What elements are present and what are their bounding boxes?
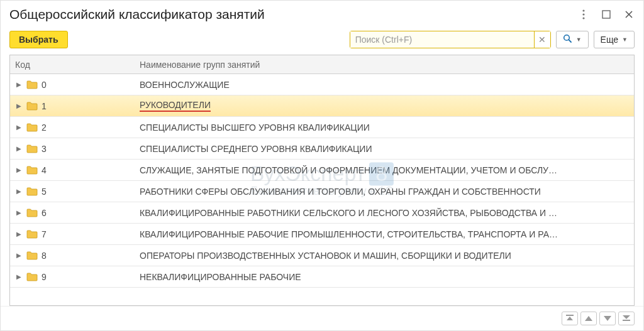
code-text: 6 [42, 208, 47, 218]
table-row[interactable]: ▶9НЕКВАЛИФИЦИРОВАННЫЕ РАБОЧИЕ [10, 266, 634, 288]
search-box: ✕ [350, 31, 551, 48]
nav-down-button[interactable] [599, 312, 616, 325]
code-text: 5 [42, 187, 47, 197]
cell-name: СПЕЦИАЛИСТЫ СРЕДНЕГО УРОВНЯ КВАЛИФИКАЦИИ [136, 144, 634, 154]
more-button-label: Еще [601, 35, 619, 45]
name-text: РАБОТНИКИ СФЕРЫ ОБСЛУЖИВАНИЯ И ТОРГОВЛИ,… [140, 187, 541, 197]
nav-last-button[interactable] [618, 312, 635, 325]
cell-name: РУКОВОДИТЕЛИ [136, 100, 634, 112]
search-button[interactable]: ▼ [556, 31, 589, 48]
name-text: КВАЛИФИЦИРОВАННЫЕ РАБОТНИКИ СЕЛЬСКОГО И … [140, 208, 557, 218]
grid: Код Наименование групп занятий ▶0ВОЕННОС… [9, 55, 635, 306]
table-row[interactable]: ▶3СПЕЦИАЛИСТЫ СРЕДНЕГО УРОВНЯ КВАЛИФИКАЦ… [10, 138, 634, 160]
folder-icon [26, 165, 38, 175]
table-row[interactable]: ▶1РУКОВОДИТЕЛИ [10, 95, 634, 117]
chevron-right-icon[interactable]: ▶ [15, 273, 23, 280]
chevron-right-icon[interactable]: ▶ [15, 145, 23, 152]
folder-icon [26, 208, 38, 217]
toolbar: Выбрать ✕ ▼ Еще ▼ [1, 27, 643, 55]
cell-code: ▶9 [10, 272, 136, 282]
chevron-down-icon: ▼ [576, 36, 582, 43]
grid-header: Код Наименование групп занятий [10, 55, 634, 74]
nav-up-button[interactable] [580, 312, 597, 325]
svg-marker-12 [623, 315, 630, 319]
cell-code: ▶3 [10, 144, 136, 154]
chevron-right-icon[interactable]: ▶ [15, 209, 23, 216]
code-text: 1 [42, 101, 47, 111]
table-row[interactable]: ▶2СПЕЦИАЛИСТЫ ВЫСШЕГО УРОВНЯ КВАЛИФИКАЦИ… [10, 117, 634, 138]
nav-up-icon [585, 315, 592, 322]
cell-name: КВАЛИФИЦИРОВАННЫЕ РАБОЧИЕ ПРОМЫШЛЕННОСТИ… [136, 229, 634, 239]
chevron-down-icon: ▼ [622, 36, 628, 43]
select-button[interactable]: Выбрать [9, 31, 68, 48]
chevron-right-icon[interactable]: ▶ [15, 188, 23, 195]
nav-first-icon [566, 315, 574, 322]
table-row[interactable]: ▶5РАБОТНИКИ СФЕРЫ ОБСЛУЖИВАНИЯ И ТОРГОВЛ… [10, 181, 634, 202]
name-text: ОПЕРАТОРЫ ПРОИЗВОДСТВЕННЫХ УСТАНОВОК И М… [140, 251, 511, 261]
svg-rect-3 [602, 11, 610, 18]
name-text: ВОЕННОСЛУЖАЩИЕ [140, 80, 230, 90]
cell-code: ▶5 [10, 187, 136, 197]
footer-nav [1, 306, 643, 330]
folder-icon [26, 101, 38, 111]
cell-name: ВОЕННОСЛУЖАЩИЕ [136, 80, 634, 90]
search-icon [563, 34, 572, 45]
chevron-right-icon[interactable]: ▶ [15, 124, 23, 131]
window-title: Общероссийский классификатор занятий [9, 7, 578, 22]
chevron-right-icon[interactable]: ▶ [15, 231, 23, 237]
code-text: 2 [42, 122, 47, 133]
more-button[interactable]: Еще ▼ [594, 31, 635, 48]
folder-icon [26, 229, 38, 239]
cell-code: ▶2 [10, 122, 136, 133]
svg-point-1 [582, 13, 584, 15]
cell-name: СЛУЖАЩИЕ, ЗАНЯТЫЕ ПОДГОТОВКОЙ И ОФОРМЛЕН… [136, 165, 634, 175]
nav-last-icon [623, 315, 630, 322]
code-text: 9 [42, 272, 47, 282]
table-row[interactable]: ▶7КВАЛИФИЦИРОВАННЫЕ РАБОЧИЕ ПРОМЫШЛЕННОС… [10, 224, 634, 245]
cell-name: СПЕЦИАЛИСТЫ ВЫСШЕГО УРОВНЯ КВАЛИФИКАЦИИ [136, 122, 634, 133]
close-icon[interactable] [623, 9, 635, 20]
code-text: 4 [42, 165, 47, 175]
column-header-name[interactable]: Наименование групп занятий [136, 60, 634, 70]
search-clear-button[interactable]: ✕ [534, 31, 550, 48]
code-text: 8 [42, 251, 47, 261]
cell-name: РАБОТНИКИ СФЕРЫ ОБСЛУЖИВАНИЯ И ТОРГОВЛИ,… [136, 187, 634, 197]
window-controls [578, 9, 635, 20]
svg-marker-10 [585, 316, 592, 321]
code-text: 0 [42, 80, 47, 90]
svg-point-2 [582, 17, 584, 19]
table-row[interactable]: ▶8ОПЕРАТОРЫ ПРОИЗВОДСТВЕННЫХ УСТАНОВОК И… [10, 245, 634, 266]
code-text: 3 [42, 144, 47, 154]
svg-point-0 [582, 9, 584, 11]
column-header-code[interactable]: Код [10, 60, 136, 70]
chevron-right-icon[interactable]: ▶ [15, 252, 23, 259]
cell-name: КВАЛИФИЦИРОВАННЫЕ РАБОТНИКИ СЕЛЬСКОГО И … [136, 208, 634, 218]
cell-code: ▶8 [10, 251, 136, 261]
chevron-right-icon[interactable]: ▶ [15, 166, 23, 173]
name-text: СПЕЦИАЛИСТЫ СРЕДНЕГО УРОВНЯ КВАЛИФИКАЦИИ [140, 144, 372, 154]
chevron-right-icon[interactable]: ▶ [15, 81, 23, 88]
folder-icon [26, 80, 38, 89]
svg-marker-11 [604, 316, 611, 321]
more-vertical-icon[interactable] [578, 9, 589, 20]
search-input[interactable] [350, 31, 534, 48]
svg-marker-9 [567, 317, 573, 320]
nav-first-button[interactable] [562, 312, 578, 325]
cell-code: ▶0 [10, 80, 136, 90]
svg-line-7 [569, 40, 571, 42]
name-text: НЕКВАЛИФИЦИРОВАННЫЕ РАБОЧИЕ [140, 272, 301, 282]
name-text: СЛУЖАЩИЕ, ЗАНЯТЫЕ ПОДГОТОВКОЙ И ОФОРМЛЕН… [140, 165, 557, 175]
folder-icon [26, 144, 38, 153]
table-row[interactable]: ▶6КВАЛИФИЦИРОВАННЫЕ РАБОТНИКИ СЕЛЬСКОГО … [10, 202, 634, 224]
table-row[interactable]: ▶4СЛУЖАЩИЕ, ЗАНЯТЫЕ ПОДГОТОВКОЙ И ОФОРМЛ… [10, 160, 634, 181]
maximize-icon[interactable] [601, 9, 612, 20]
cell-name: ОПЕРАТОРЫ ПРОИЗВОДСТВЕННЫХ УСТАНОВОК И М… [136, 251, 634, 261]
name-text: СПЕЦИАЛИСТЫ ВЫСШЕГО УРОВНЯ КВАЛИФИКАЦИИ [140, 122, 370, 133]
table-row[interactable]: ▶0ВОЕННОСЛУЖАЩИЕ [10, 74, 634, 95]
folder-icon [26, 187, 38, 196]
svg-rect-13 [623, 320, 630, 321]
chevron-right-icon[interactable]: ▶ [15, 102, 23, 109]
svg-rect-8 [566, 315, 574, 316]
nav-down-icon [604, 315, 611, 322]
cell-code: ▶7 [10, 229, 136, 239]
